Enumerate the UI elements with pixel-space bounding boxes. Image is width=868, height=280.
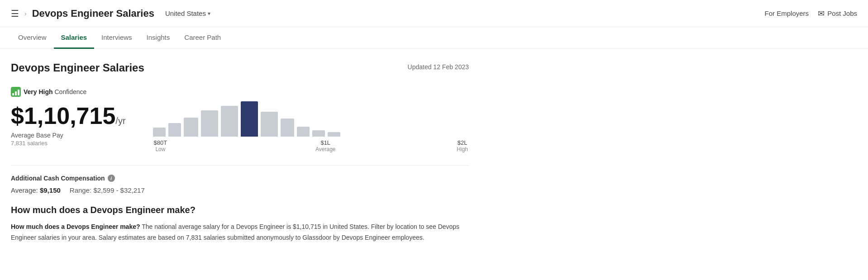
hamburger-icon[interactable]: ☰ (11, 8, 19, 19)
chart-labels: $80T Low $1L Average $2L High (153, 139, 469, 152)
svg-rect-1 (12, 93, 14, 95)
confidence-text: Very High Confidence (24, 88, 86, 95)
chart-label-avg: $1L Average (315, 139, 335, 152)
salary-per: /yr (115, 116, 125, 126)
chart-low-desc: Low (154, 146, 167, 152)
for-employers-link[interactable]: For Employers (765, 9, 809, 17)
additional-cash-section: Additional Cash Compensation i Average: … (11, 165, 469, 194)
post-jobs-button[interactable]: ✉ Post Jobs (818, 9, 857, 19)
chart-low-value: $80T (154, 139, 167, 146)
salary-display: $1,10,715/yr (11, 103, 126, 129)
bar-8 (281, 119, 294, 137)
post-jobs-label: Post Jobs (827, 9, 857, 17)
header-left: ☰ › Devops Engineer Salaries United Stat… (11, 8, 210, 19)
salary-left: Very High Confidence $1,10,715/yr Averag… (11, 87, 126, 147)
confidence-level: Very High (24, 88, 53, 95)
country-label: United States (165, 9, 206, 17)
additional-cash-title: Additional Cash Compensation i (11, 175, 469, 182)
main-content: Devops Engineer Salaries Updated 12 Feb … (0, 49, 480, 254)
salary-count: 7,831 salaries (11, 140, 126, 147)
confidence-badge: Very High Confidence (11, 87, 126, 97)
how-much-section: How much does a Devops Engineer make? Ho… (11, 205, 469, 243)
updated-text: Updated 12 Feb 2023 (408, 63, 469, 71)
bar-6-active (241, 101, 258, 137)
chart-avg-value: $1L (315, 139, 335, 146)
bar-5 (221, 106, 238, 137)
bar-2 (168, 123, 181, 137)
bar-9 (297, 127, 310, 137)
chart-high-value: $2L (457, 139, 468, 146)
bar-11 (328, 132, 340, 137)
tab-career-path[interactable]: Career Path (177, 27, 228, 49)
chart-label-low: $80T Low (154, 139, 167, 152)
country-selector[interactable]: United States ▾ (165, 9, 210, 17)
cash-details: Average: $9,150 Range: $2,599 - $32,217 (11, 186, 469, 194)
header: ☰ › Devops Engineer Salaries United Stat… (0, 0, 868, 27)
how-much-title: How much does a Devops Engineer make? (11, 205, 469, 215)
bar-1 (153, 128, 166, 137)
cash-average: Average: $9,150 (11, 186, 61, 194)
breadcrumb-chevron-icon: › (24, 10, 27, 17)
tab-salaries[interactable]: Salaries (54, 27, 95, 49)
confidence-icon (11, 87, 21, 97)
bar-7 (261, 112, 278, 137)
bar-10 (312, 130, 325, 137)
section-title: Devops Engineer Salaries (11, 62, 144, 74)
chart-avg-desc: Average (315, 146, 335, 152)
how-much-bold: How much does a Devops Engineer make? (11, 223, 140, 230)
svg-rect-2 (15, 91, 17, 95)
chart-high-desc: High (457, 146, 468, 152)
how-much-body: How much does a Devops Engineer make? Th… (11, 222, 469, 243)
post-jobs-icon: ✉ (818, 9, 825, 19)
cash-average-value: $9,150 (40, 186, 61, 194)
tab-overview[interactable]: Overview (11, 27, 54, 49)
chevron-down-icon: ▾ (208, 10, 210, 17)
tab-insights[interactable]: Insights (139, 27, 177, 49)
bar-chart (153, 100, 469, 137)
chart-area: $80T Low $1L Average $2L High (153, 87, 469, 152)
chart-label-high: $2L High (457, 139, 468, 152)
section-header: Devops Engineer Salaries Updated 12 Feb … (11, 62, 469, 74)
bar-4 (201, 110, 218, 137)
page-title: Devops Engineer Salaries (32, 8, 154, 19)
cash-range: Range: $2,599 - $32,217 (70, 186, 145, 194)
salary-amount: $1,10,715/yr (11, 103, 126, 129)
salary-area: Very High Confidence $1,10,715/yr Averag… (11, 87, 469, 152)
header-right: For Employers ✉ Post Jobs (765, 9, 857, 19)
avg-base-pay-label: Average Base Pay (11, 132, 126, 139)
bar-3 (184, 118, 198, 137)
nav-tabs: Overview Salaries Interviews Insights Ca… (0, 27, 868, 49)
tab-interviews[interactable]: Interviews (94, 27, 139, 49)
svg-rect-3 (18, 90, 19, 95)
info-icon[interactable]: i (108, 175, 115, 182)
